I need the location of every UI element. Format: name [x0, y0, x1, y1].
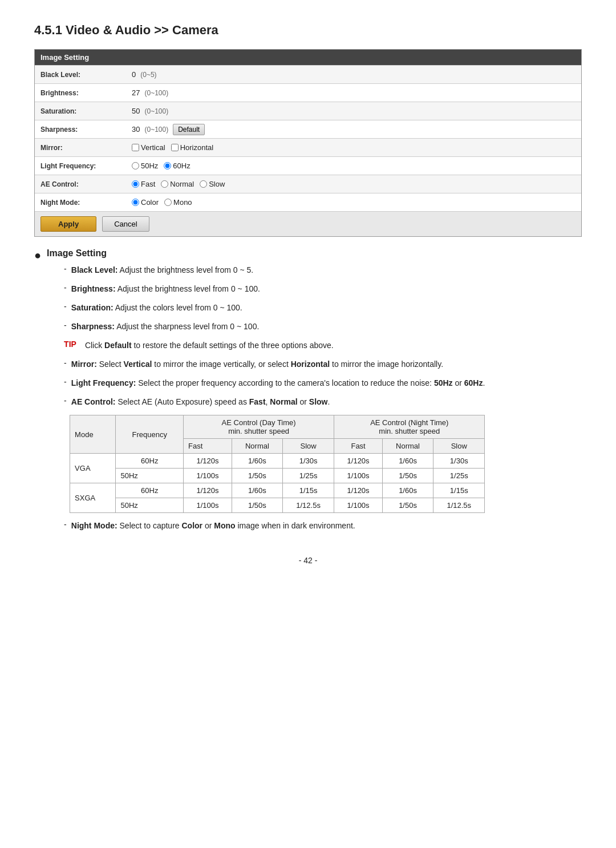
light-freq-60hz-label[interactable]: 60Hz [164, 161, 190, 170]
button-row: Apply Cancel [35, 211, 581, 236]
doc-section: ● Image Setting - Black Level: Adjust th… [34, 248, 582, 539]
sxga-day-fast-60: 1/120s [184, 483, 232, 498]
col-night-slow: Slow [433, 439, 485, 454]
table-row: Saturation: 50 (0~100) [35, 102, 581, 120]
default-button[interactable]: Default [173, 124, 205, 135]
brightness-value: 27 (0~100) [126, 86, 581, 100]
table-row: SXGA 60Hz 1/120s 1/60s 1/15s 1/120s 1/60… [70, 483, 485, 498]
dash-icon: - [64, 302, 67, 311]
col-day-time: AE Control (Day Time)min. shutter speed [184, 415, 334, 439]
table-row: 50Hz 1/100s 1/50s 1/12.5s 1/100s 1/50s 1… [70, 498, 485, 513]
brightness-range: (0~100) [144, 89, 168, 97]
dash-icon: - [64, 283, 67, 292]
saturation-bold: Saturation: [71, 303, 114, 312]
light-freq-60hz-radio[interactable] [164, 162, 171, 169]
sub-item: - AE Control: Select AE (Auto Exposure) … [58, 396, 485, 408]
night-mode-bold: Night Mode: [71, 521, 117, 530]
table-row: Black Level: 0 (0~5) [35, 65, 581, 83]
sxga-50hz: 50Hz [116, 498, 184, 513]
sub-items: - Black Level: Adjust the brightness lev… [58, 264, 485, 532]
light-freq-bold: Light Frequency: [71, 378, 136, 387]
saturation-value: 50 (0~100) [126, 104, 581, 118]
vga-day-slow-60: 1/30s [282, 454, 334, 469]
sxga-night-fast-60: 1/120s [334, 483, 383, 498]
black-level-bold: Black Level: [71, 265, 118, 274]
col-night-time: AE Control (Night Time)min. shutter spee… [334, 415, 485, 439]
vga-night-fast-60: 1/120s [334, 454, 383, 469]
mirror-vertical-label[interactable]: Vertical [132, 143, 165, 152]
page-number: - 42 - [34, 556, 582, 565]
night-mode-value: Color Mono [126, 195, 581, 209]
dash-icon: - [64, 358, 67, 368]
sub-item: - Saturation: Adjust the colors level fr… [58, 302, 485, 314]
ae-table-container: Mode Frequency AE Control (Day Time)min.… [58, 415, 485, 513]
ae-normal-radio[interactable] [161, 180, 168, 188]
sub-item: - Brightness: Adjust the brightness leve… [58, 283, 485, 295]
mirror-vertical-checkbox[interactable] [132, 144, 139, 151]
night-mode-label: Night Mode: [35, 196, 126, 209]
vga-night-slow-60: 1/30s [433, 454, 485, 469]
dash-icon: - [64, 520, 67, 529]
night-mono-radio[interactable] [164, 199, 172, 206]
night-color-label[interactable]: Color [132, 198, 159, 207]
table-row: AE Control: Fast Normal Slow [35, 175, 581, 193]
ae-fast-radio[interactable] [132, 180, 139, 188]
page-title: 4.5.1 Video & Audio >> Camera [34, 23, 582, 38]
sub-item: - Sharpness: Adjust the sharpness level … [58, 321, 485, 333]
table-row: VGA 60Hz 1/120s 1/60s 1/30s 1/120s 1/60s… [70, 454, 485, 469]
vga-night-fast-50: 1/100s [334, 469, 383, 483]
sxga-mode: SXGA [70, 483, 116, 513]
night-color-radio[interactable] [132, 199, 139, 206]
ae-control-table: Mode Frequency AE Control (Day Time)min.… [70, 415, 485, 513]
saturation-desc-text: Adjust the colors level from 0 ~ 100. [115, 303, 242, 312]
ae-slow-radio[interactable] [200, 180, 207, 188]
mirror-checkboxes: Vertical Horizontal [132, 143, 213, 152]
light-freq-radios: 50Hz 60Hz [132, 161, 191, 170]
sxga-60hz: 60Hz [116, 483, 184, 498]
col-frequency: Frequency [116, 415, 184, 454]
light-freq-desc: Light Frequency: Select the proper frequ… [71, 377, 485, 389]
dash-icon: - [64, 396, 67, 405]
night-mono-label[interactable]: Mono [164, 198, 192, 207]
ae-normal-label[interactable]: Normal [161, 180, 194, 188]
light-freq-value: 50Hz 60Hz [126, 159, 581, 173]
sub-item: - Night Mode: Select to capture Color or… [58, 520, 485, 532]
mirror-desc-text: Select Vertical to mirror the image vert… [99, 360, 443, 369]
mirror-horizontal-label[interactable]: Horizontal [171, 143, 214, 152]
vga-60hz: 60Hz [116, 454, 184, 469]
brightness-num: 27 [132, 88, 140, 97]
apply-button[interactable]: Apply [40, 216, 96, 232]
mirror-label: Mirror: [35, 141, 126, 155]
ae-control-desc: AE Control: Select AE (Auto Exposure) sp… [71, 396, 330, 408]
bullet-item: ● Image Setting - Black Level: Adjust th… [34, 248, 582, 539]
ae-fast-label[interactable]: Fast [132, 180, 155, 188]
brightness-bold: Brightness: [71, 284, 116, 293]
table-row: Brightness: 27 (0~100) [35, 83, 581, 102]
black-level-desc-text: Adjust the brightness level from 0 ~ 5. [120, 265, 254, 274]
dash-icon: - [64, 377, 67, 386]
brightness-desc: Brightness: Adjust the brightness level … [71, 283, 260, 295]
ae-slow-label[interactable]: Slow [200, 180, 225, 188]
sxga-night-slow-60: 1/15s [433, 483, 485, 498]
bullet-title: Image Setting [47, 248, 485, 259]
light-freq-50hz-radio[interactable] [132, 162, 139, 169]
table-header: Image Setting [35, 50, 581, 65]
night-mode-desc-text: Select to capture Color or Mono image wh… [120, 521, 355, 530]
saturation-range: (0~100) [144, 107, 168, 115]
black-level-value: 0 (0~5) [126, 67, 581, 82]
vga-day-normal-50: 1/50s [232, 469, 282, 483]
table-row: Mirror: Vertical Horizontal [35, 138, 581, 156]
cancel-button[interactable]: Cancel [102, 216, 149, 232]
sxga-day-fast-50: 1/100s [184, 498, 232, 513]
col-night-normal: Normal [382, 439, 433, 454]
table-row: 50Hz 1/100s 1/50s 1/25s 1/100s 1/50s 1/2… [70, 469, 485, 483]
vga-night-slow-50: 1/25s [433, 469, 485, 483]
vga-day-slow-50: 1/25s [282, 469, 334, 483]
vga-mode: VGA [70, 454, 116, 483]
mirror-horizontal-checkbox[interactable] [171, 144, 179, 151]
col-day-fast: Fast [184, 439, 232, 454]
sharpness-bold: Sharpness: [71, 322, 115, 331]
saturation-label: Saturation: [35, 104, 126, 118]
black-level-num: 0 [132, 70, 136, 79]
light-freq-50hz-label[interactable]: 50Hz [132, 161, 158, 170]
